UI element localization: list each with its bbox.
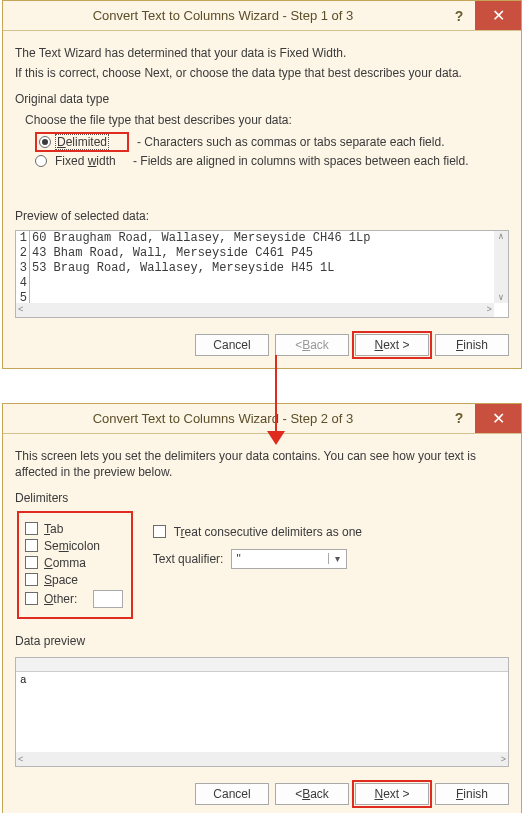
titlebar: Convert Text to Columns Wizard - Step 1 …: [3, 1, 521, 31]
close-icon: ✕: [492, 6, 505, 25]
fixed-width-label: Fixed width: [55, 154, 125, 168]
delimited-desc: - Characters such as commas or tabs sepa…: [137, 135, 444, 149]
original-data-type-label: Original data type: [15, 91, 509, 107]
tab-checkbox[interactable]: [25, 522, 38, 535]
space-label: Space: [44, 573, 78, 587]
intro-text-1: The Text Wizard has determined that your…: [15, 45, 509, 61]
space-checkbox[interactable]: [25, 573, 38, 586]
other-checkbox[interactable]: [25, 592, 38, 605]
horizontal-scrollbar[interactable]: <>: [16, 303, 494, 317]
titlebar: Convert Text to Columns Wizard - Step 2 …: [3, 404, 521, 434]
semicolon-label: Semicolon: [44, 539, 100, 553]
flow-arrow: [0, 383, 524, 403]
horizontal-scrollbar[interactable]: <>: [16, 752, 508, 766]
comma-checkbox[interactable]: [25, 556, 38, 569]
cancel-button[interactable]: Cancel: [195, 334, 269, 356]
preview-row: 353 Braug Road, Wallasey, Merseyside H45…: [16, 261, 494, 276]
data-preview-box: a <>: [15, 657, 509, 767]
dialog-title: Convert Text to Columns Wizard - Step 1 …: [3, 1, 443, 30]
wizard-step1-dialog: Convert Text to Columns Wizard - Step 1 …: [2, 0, 522, 369]
finish-button[interactable]: Finish: [435, 783, 509, 805]
delimiters-label: Delimiters: [15, 490, 509, 506]
intro-text-2: If this is correct, choose Next, or choo…: [15, 65, 509, 81]
close-button[interactable]: ✕: [475, 404, 521, 433]
comma-label: Comma: [44, 556, 86, 570]
delimited-label-rest: elimited: [66, 135, 107, 149]
fixed-width-radio[interactable]: [35, 155, 47, 167]
vertical-scrollbar[interactable]: ∧∨: [494, 231, 508, 303]
semicolon-checkbox[interactable]: [25, 539, 38, 552]
intro-text: This screen lets you set the delimiters …: [15, 448, 509, 480]
other-input[interactable]: [93, 590, 123, 608]
back-button[interactable]: < Back: [275, 783, 349, 805]
preview-label: Preview of selected data:: [15, 208, 509, 224]
preview-row: 5: [16, 291, 494, 303]
button-row: Cancel < Back Next > Finish: [15, 783, 509, 805]
text-qualifier-value: ": [232, 552, 328, 566]
cancel-button[interactable]: Cancel: [195, 783, 269, 805]
wizard-step2-dialog: Convert Text to Columns Wizard - Step 2 …: [2, 403, 522, 813]
back-button: < Back: [275, 334, 349, 356]
dialog-title: Convert Text to Columns Wizard - Step 2 …: [3, 404, 443, 433]
finish-button[interactable]: Finish: [435, 334, 509, 356]
data-preview-cell: a: [16, 672, 508, 688]
text-qualifier-label: Text qualifier:: [153, 552, 224, 566]
treat-consecutive-checkbox[interactable]: [153, 525, 166, 538]
close-button[interactable]: ✕: [475, 1, 521, 30]
fixed-width-desc: - Fields are aligned in columns with spa…: [133, 154, 469, 168]
button-row: Cancel < Back Next > Finish: [15, 334, 509, 356]
help-button[interactable]: ?: [443, 1, 475, 30]
tab-label: Tab: [44, 522, 63, 536]
data-preview-label: Data preview: [15, 633, 509, 649]
next-button[interactable]: Next >: [355, 334, 429, 356]
option-fixed-row: Fixed width - Fields are aligned in colu…: [35, 154, 509, 168]
choose-file-type-label: Choose the file type that best describes…: [25, 112, 509, 128]
other-label: Other:: [44, 592, 77, 606]
preview-row: 160 Braugham Road, Wallasey, Merseyside …: [16, 231, 494, 246]
delimiters-group: Tab Semicolon Comma Space Other:: [17, 511, 133, 619]
help-button[interactable]: ?: [443, 404, 475, 433]
delimited-radio[interactable]: [39, 136, 51, 148]
next-button[interactable]: Next >: [355, 783, 429, 805]
chevron-down-icon: ▾: [328, 553, 346, 564]
preview-row: 243 Bham Road, Wall, Merseyside C461 P45: [16, 246, 494, 261]
text-qualifier-combo[interactable]: " ▾: [231, 549, 347, 569]
close-icon: ✕: [492, 409, 505, 428]
arrow-down-icon: [267, 431, 285, 445]
option-delimited-row: Delimited - Characters such as commas or…: [35, 132, 509, 152]
preview-box: 160 Braugham Road, Wallasey, Merseyside …: [15, 230, 509, 318]
preview-row: 4: [16, 276, 494, 291]
treat-consecutive-label: Treat consecutive delimiters as one: [174, 525, 362, 539]
